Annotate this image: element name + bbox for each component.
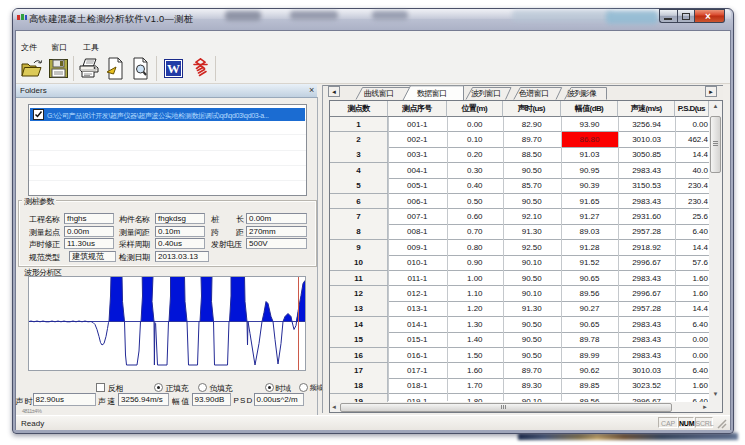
svg-text:W: W xyxy=(167,61,180,76)
